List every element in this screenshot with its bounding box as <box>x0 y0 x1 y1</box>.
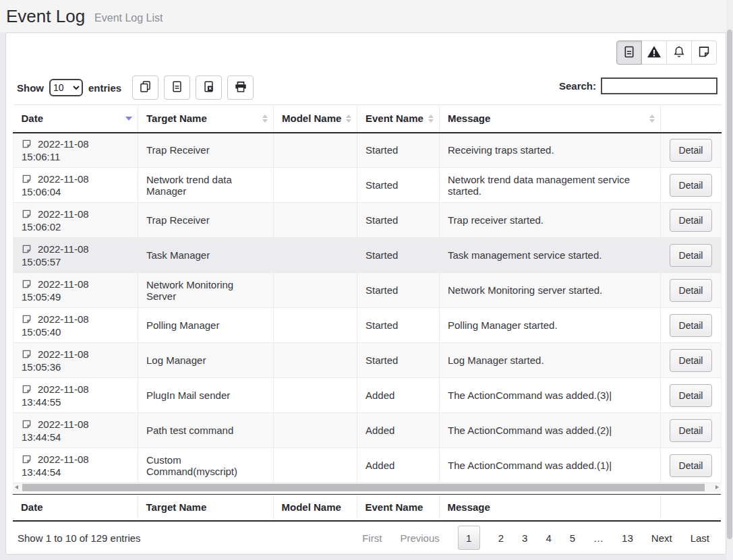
table-footer-row: DateTarget NameModel NameEvent NameMessa… <box>13 495 721 521</box>
event-log-panel: Show 10 entries <box>5 32 726 555</box>
detail-button[interactable]: Detail <box>670 419 713 442</box>
event-name-cell: Started <box>357 273 440 308</box>
page-title: Event Log <box>6 6 85 27</box>
pagination-last[interactable]: Last <box>691 532 709 544</box>
date-cell: 2022-11-08 15:05:57 <box>13 238 138 273</box>
pagination-page-1[interactable]: 1 <box>458 526 480 550</box>
vertical-scrollbar-thumb[interactable] <box>727 30 732 539</box>
pagination-previous[interactable]: Previous <box>400 532 439 544</box>
table-row: 2022-11-08 15:06:02 Trap Receiver Starte… <box>13 203 722 238</box>
table-controls: Show 10 entries <box>17 75 717 102</box>
file-text-icon <box>622 44 637 61</box>
csv-export-button[interactable] <box>164 75 190 100</box>
note-icon <box>22 244 32 256</box>
detail-button[interactable]: Detail <box>670 349 713 372</box>
column-label: Date <box>22 113 44 124</box>
pagination-first[interactable]: First <box>362 532 382 544</box>
pagination-page-13[interactable]: 13 <box>622 532 633 544</box>
message-cell: Network trend data management service st… <box>440 168 661 203</box>
message-cell: Task management service started. <box>440 238 661 273</box>
column-header-date[interactable]: Date <box>13 105 138 133</box>
column-label: Message <box>448 113 490 124</box>
action-cell: Detail <box>661 238 722 273</box>
footer-column-event-name: Event Name <box>357 495 439 521</box>
model-name-cell <box>274 273 357 308</box>
footer-column-message: Message <box>439 495 660 521</box>
model-name-cell <box>274 448 357 483</box>
table-row: 2022-11-08 13:44:55 PlugIn Mail sender A… <box>13 378 722 413</box>
copy-button[interactable] <box>132 75 158 100</box>
page-length-select[interactable]: 10 <box>49 79 83 96</box>
page-subtitle: Event Log List <box>94 12 163 24</box>
event-name-cell: Started <box>357 203 440 238</box>
column-header-target-name[interactable]: Target Name <box>138 105 274 133</box>
table-row: 2022-11-08 15:05:49 Network Monitoring S… <box>13 273 722 308</box>
date-cell: 2022-11-08 15:06:04 <box>13 168 138 203</box>
event-name-cell: Added <box>357 413 440 448</box>
horizontal-scrollbar[interactable] <box>13 483 721 492</box>
event-name-cell: Added <box>357 448 440 483</box>
message-cell: Receiving traps started. <box>440 133 661 168</box>
pagination-page-4[interactable]: 4 <box>546 532 551 544</box>
sort-descending-icon <box>125 115 132 122</box>
memo-log-filter-button[interactable] <box>691 40 717 65</box>
footer-column-model-name: Model Name <box>273 495 357 521</box>
table-header-row: DateTarget NameModel NameEvent NameMessa… <box>13 105 722 133</box>
model-name-cell <box>274 308 357 343</box>
detail-button[interactable]: Detail <box>670 174 713 197</box>
message-cell: Network Monitoring server started. <box>440 273 661 308</box>
message-cell: Log Manager started. <box>440 343 661 378</box>
detail-button[interactable]: Detail <box>670 279 713 302</box>
date-cell: 2022-11-08 15:05:36 <box>13 343 138 378</box>
scroll-right-arrow-icon[interactable] <box>715 485 719 489</box>
action-cell: Detail <box>661 133 722 168</box>
column-header-model-name[interactable]: Model Name <box>274 105 357 133</box>
event-log-filter-button[interactable] <box>616 40 642 65</box>
pagination-page-3[interactable]: 3 <box>522 532 527 544</box>
column-label: Event Name <box>365 113 423 124</box>
sort-both-icon <box>649 113 655 124</box>
excel-export-button[interactable] <box>196 75 222 100</box>
entries-info: Show 1 to 10 of 129 entries <box>18 532 141 544</box>
column-label: Target Name <box>146 113 207 124</box>
note-icon <box>22 384 32 396</box>
event-name-cell: Added <box>357 378 440 413</box>
detail-button[interactable]: Detail <box>670 384 713 407</box>
date-cell: 2022-11-08 13:44:55 <box>13 378 138 413</box>
pagination: First Previous 12345…13 Next Last <box>362 523 709 553</box>
warning-log-filter-button[interactable] <box>641 40 667 65</box>
target-name-cell: Network Monitoring Server <box>138 273 274 308</box>
entries-label: entries <box>88 82 121 94</box>
pagination-page-2[interactable]: 2 <box>498 532 504 544</box>
notification-log-filter-button[interactable] <box>666 40 692 65</box>
column-label: Model Name <box>282 113 341 124</box>
note-icon <box>22 349 32 361</box>
horizontal-scrollbar-thumb[interactable] <box>22 484 705 491</box>
table-row: 2022-11-08 15:05:57 Task Manager Started… <box>13 238 722 273</box>
printer-icon <box>233 80 248 96</box>
pagination-page-5[interactable]: 5 <box>570 532 575 544</box>
target-name-cell: Task Manager <box>138 238 274 273</box>
action-cell: Detail <box>661 273 722 308</box>
note-icon <box>22 174 32 186</box>
scroll-left-arrow-icon[interactable] <box>15 485 18 489</box>
table-row: 2022-11-08 15:05:40 Polling Manager Star… <box>13 308 722 343</box>
sort-both-icon <box>428 113 434 124</box>
vertical-scrollbar[interactable] <box>726 0 733 560</box>
event-name-cell: Started <box>357 238 440 273</box>
note-icon <box>22 139 32 151</box>
detail-button[interactable]: Detail <box>670 139 713 162</box>
column-header-event-name[interactable]: Event Name <box>357 105 440 133</box>
detail-button[interactable]: Detail <box>670 209 713 232</box>
print-button[interactable] <box>227 75 254 100</box>
column-header-message[interactable]: Message <box>440 105 661 133</box>
pagination-next[interactable]: Next <box>651 532 672 544</box>
action-cell: Detail <box>661 203 722 238</box>
detail-button[interactable]: Detail <box>670 314 713 337</box>
log-type-filter-group <box>616 40 717 65</box>
detail-button[interactable]: Detail <box>670 454 713 477</box>
footer-column-target-name: Target Name <box>138 495 273 521</box>
target-name-cell: PlugIn Mail sender <box>138 378 274 413</box>
search-input[interactable] <box>601 77 717 94</box>
detail-button[interactable]: Detail <box>670 244 713 267</box>
